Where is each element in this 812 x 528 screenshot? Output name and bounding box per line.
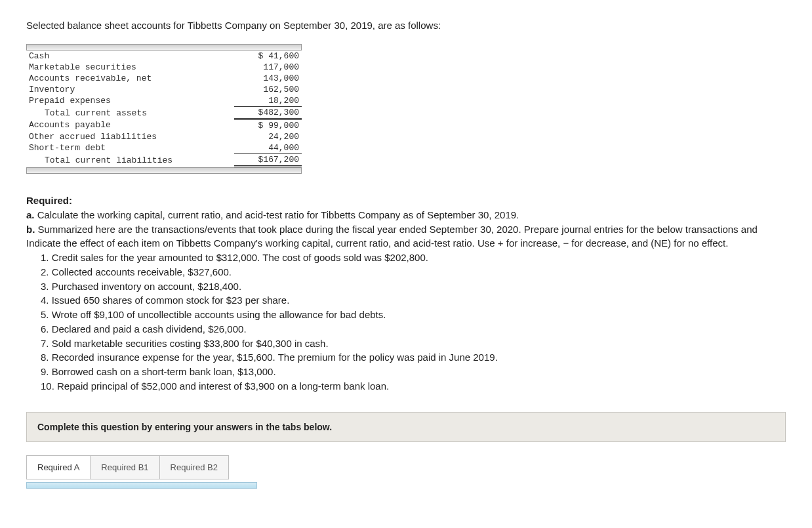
list-item: 7. Sold marketable securities costing $3… (41, 336, 786, 351)
row-label: Total current assets (26, 107, 234, 119)
row-value: 44,000 (234, 142, 302, 154)
row-label: Prepaid expenses (26, 95, 234, 107)
tab-required-a[interactable]: Required A (26, 455, 91, 479)
row-label: Total current liabilities (26, 154, 234, 167)
table-row: Cash$ 41,600 (26, 51, 302, 62)
list-item: 10. Repaid principal of $52,000 and inte… (41, 379, 786, 394)
list-item: 2. Collected accounts receivable, $327,6… (41, 265, 786, 279)
table-row: Inventory162,500 (26, 84, 302, 95)
row-value: $167,200 (234, 154, 302, 167)
table-row: Accounts payable$ 99,000 (26, 119, 302, 132)
instruction-box: Complete this question by entering your … (26, 412, 786, 442)
req-a-prefix: a. (26, 209, 35, 220)
balance-sheet-table: Cash$ 41,600Marketable securities117,000… (26, 44, 302, 174)
list-item: 4. Issued 650 shares of common stock for… (41, 293, 786, 308)
row-label: Marketable securities (26, 62, 234, 73)
row-value: 117,000 (234, 62, 302, 73)
table-row: Short-term debt44,000 (26, 142, 302, 154)
list-item: 5. Wrote off $9,100 of uncollectible acc… (41, 308, 786, 322)
required-b-items: 1. Credit sales for the year amounted to… (26, 251, 786, 394)
row-value: 162,500 (234, 84, 302, 95)
row-label: Short-term debt (26, 142, 234, 154)
row-value: $ 41,600 (234, 51, 302, 62)
row-label: Other accrued liabilities (26, 131, 234, 142)
row-value: $482,300 (234, 107, 302, 119)
table-row: Total current assets$482,300 (26, 107, 302, 119)
table-row: Total current liabilities$167,200 (26, 154, 302, 167)
req-a-text: Calculate the working capital, current r… (35, 209, 519, 220)
list-item: 8. Recorded insurance expense for the ye… (41, 350, 786, 365)
row-label: Cash (26, 51, 234, 62)
tabs-underbar (26, 482, 257, 489)
row-value: $ 99,000 (234, 119, 302, 132)
table-top-bar (26, 44, 302, 51)
answer-tabs: Required A Required B1 Required B2 (26, 455, 786, 479)
required-heading: Required: (26, 193, 786, 208)
row-value: 143,000 (234, 73, 302, 84)
intro-text: Selected balance sheet accounts for Tibb… (26, 20, 786, 31)
list-item: 6. Declared and paid a cash dividend, $2… (41, 322, 786, 336)
list-item: 1. Credit sales for the year amounted to… (41, 251, 786, 265)
table-row: Accounts receivable, net143,000 (26, 73, 302, 84)
row-value: 18,200 (234, 95, 302, 107)
required-a: a. Calculate the working capital, curren… (26, 208, 786, 222)
tab-required-b2[interactable]: Required B2 (159, 455, 229, 479)
row-label: Accounts receivable, net (26, 73, 234, 84)
required-b: b. Summarized here are the transactions/… (26, 222, 786, 251)
table-bottom-bar (26, 167, 302, 174)
row-label: Accounts payable (26, 119, 234, 132)
tab-required-b1[interactable]: Required B1 (90, 455, 159, 479)
list-item: 3. Purchased inventory on account, $218,… (41, 279, 786, 294)
list-item: 9. Borrowed cash on a short-term bank lo… (41, 365, 786, 379)
req-b-text: Summarized here are the transactions/eve… (26, 224, 758, 249)
table-row: Other accrued liabilities24,200 (26, 131, 302, 142)
row-value: 24,200 (234, 131, 302, 142)
row-label: Inventory (26, 84, 234, 95)
table-row: Marketable securities117,000 (26, 62, 302, 73)
table-row: Prepaid expenses18,200 (26, 95, 302, 107)
required-section: Required: a. Calculate the working capit… (26, 193, 786, 394)
req-b-prefix: b. (26, 224, 35, 235)
